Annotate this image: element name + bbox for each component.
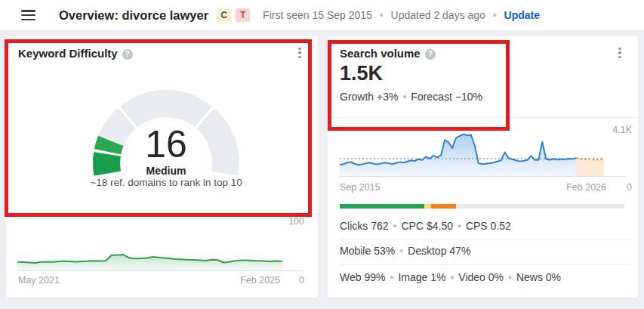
separator-dot: • xyxy=(390,271,393,283)
stat-label: Web xyxy=(340,271,364,283)
stat-value: 53% xyxy=(374,245,395,257)
keyword-badge-c[interactable]: C xyxy=(217,8,231,22)
volume-ymin-label: 0 xyxy=(627,182,632,193)
volume-panel-title: Search volume? xyxy=(340,47,436,60)
stat-value: $4.50 xyxy=(427,220,453,232)
stat-value: +3% xyxy=(377,91,398,103)
keyword-badges: CT xyxy=(217,8,250,22)
help-icon[interactable]: ? xyxy=(425,49,436,60)
stat-label: Video xyxy=(458,271,488,283)
volume-xstart-label: Sep 2015 xyxy=(340,182,381,193)
stat-value: 1% xyxy=(430,271,445,283)
volume-title-text: Search volume xyxy=(340,47,421,60)
stat-value: −10% xyxy=(455,91,482,103)
stats-row-clicks: Clicks 762•CPC $4.50•CPS 0.52 xyxy=(340,220,511,232)
bar-segment-other-clicks xyxy=(431,204,456,209)
separator-dot: • xyxy=(458,220,461,232)
separator-dot: • xyxy=(402,91,406,103)
divider xyxy=(340,239,632,239)
stat-value: 0% xyxy=(546,271,561,283)
stat-label: Image xyxy=(398,271,430,283)
update-link[interactable]: Update xyxy=(504,9,540,21)
kd-xstart-label: May 2021 xyxy=(18,275,60,286)
stat-label: Desktop xyxy=(408,245,449,257)
stat-label: Mobile xyxy=(340,245,374,257)
kd-ymin-label: 0 xyxy=(299,275,304,286)
kd-score: 16 xyxy=(85,125,248,163)
stats-row-platforms: Web 99%•Image 1%•Video 0%•News 0% xyxy=(340,271,561,283)
kebab-menu-icon[interactable] xyxy=(294,45,306,60)
bar-segment-organic-clicks xyxy=(340,204,424,209)
volume-xend-label: Feb 2026 xyxy=(566,182,606,193)
clicks-distribution-bar xyxy=(340,204,624,209)
updated-text: Updated 2 days ago xyxy=(391,9,485,21)
kebab-menu-icon[interactable] xyxy=(614,45,626,60)
stat-label: Forecast xyxy=(411,91,454,103)
header-meta: First seen 15 Sep 2015 • Updated 2 days … xyxy=(263,9,540,21)
bar-segment-paid-clicks xyxy=(424,204,431,209)
kd-xend-label: Feb 2025 xyxy=(240,275,280,286)
stat-value: 99% xyxy=(364,271,385,283)
separator-dot: • xyxy=(393,220,397,232)
help-icon[interactable]: ? xyxy=(122,49,133,60)
first-seen-text: First seen 15 Sep 2015 xyxy=(263,9,372,21)
separator-dot: • xyxy=(493,9,497,21)
separator-dot: • xyxy=(399,245,403,257)
stat-label: CPS xyxy=(466,220,491,232)
menu-icon[interactable] xyxy=(21,10,35,20)
kd-hint-text: ~18 ref. domains to rank in top 10 xyxy=(15,177,317,189)
kd-history-chart xyxy=(15,221,306,274)
divider xyxy=(328,117,638,118)
stat-label: Clicks xyxy=(340,220,371,232)
stat-label: News xyxy=(516,271,546,283)
divider xyxy=(6,214,318,215)
kd-panel-title: Keyword Difficulty? xyxy=(18,47,133,60)
stat-label: CPC xyxy=(402,220,427,232)
stat-label: Growth xyxy=(340,91,377,103)
stat-value: 762 xyxy=(371,220,388,232)
page-header: Overview: divorce lawyer CT First seen 1… xyxy=(0,0,644,30)
separator-dot: • xyxy=(380,9,384,21)
page-title: Overview: divorce lawyer xyxy=(59,8,208,23)
kd-title-text: Keyword Difficulty xyxy=(18,47,118,60)
stats-row-devices: Mobile 53%•Desktop 47% xyxy=(340,245,470,257)
stat-value: 0.52 xyxy=(491,220,511,232)
separator-dot: • xyxy=(508,271,512,283)
stat-value: 47% xyxy=(449,245,470,257)
search-volume-chart xyxy=(337,122,633,180)
kd-level-label: Medium xyxy=(85,165,248,177)
search-volume-panel: Search volume? 1.5K Growth +3%•Forecast … xyxy=(328,36,638,298)
search-volume-value: 1.5K xyxy=(340,62,383,85)
growth-forecast-row: Growth +3%•Forecast −10% xyxy=(340,91,482,103)
keyword-difficulty-panel: Keyword Difficulty? 16 Medium ~18 ref. d… xyxy=(6,36,318,298)
keyword-badge-t[interactable]: T xyxy=(236,8,250,22)
divider xyxy=(340,264,632,265)
stat-value: 0% xyxy=(488,271,504,283)
separator-dot: • xyxy=(450,271,454,283)
